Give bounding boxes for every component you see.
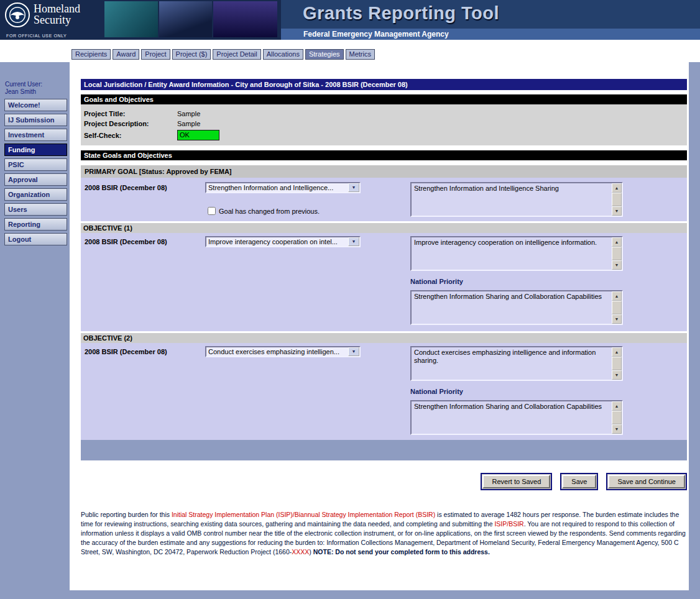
- current-user-name: Jean Smith: [5, 88, 42, 96]
- collage-photo: [104, 1, 158, 37]
- tab-allocations[interactable]: Allocations: [263, 49, 303, 60]
- scroll-thumb[interactable]: [612, 193, 622, 206]
- sidebar-item-funding[interactable]: Funding: [4, 144, 67, 156]
- action-button-row: Revert to Saved Save Save and Continue: [81, 473, 687, 490]
- self-check-label: Self-Check:: [84, 132, 177, 139]
- objective-2-header: OBJECTIVE (2): [81, 333, 687, 343]
- self-check-status-field: OK: [177, 130, 219, 140]
- scrollbar[interactable]: ▲ ▼: [612, 401, 622, 434]
- chevron-down-icon[interactable]: ▼: [348, 183, 359, 192]
- primary-goal-textarea[interactable]: Strengthen Information and Intelligence …: [410, 182, 623, 217]
- brand-line2: Security: [34, 14, 80, 25]
- objective-1-select[interactable]: Improve interagency cooperation on intel…: [205, 236, 361, 247]
- sidebar-nav: Welcome! IJ Submission Investment Fundin…: [4, 99, 67, 248]
- tab-recipients[interactable]: Recipients: [71, 49, 111, 60]
- primary-goal-text: Strengthen Information and Intelligence …: [414, 185, 609, 193]
- sidebar-item-users[interactable]: Users: [4, 203, 67, 216]
- burden-text: Public reporting burden for this: [81, 511, 172, 518]
- scrollbar[interactable]: ▲ ▼: [612, 291, 622, 324]
- current-user: Current User: Jean Smith: [5, 81, 42, 96]
- objective-1-selected-option: Improve interagency cooperation on intel…: [208, 238, 348, 245]
- project-title-value: Sample: [177, 110, 200, 117]
- objective-1-national-priority-text: Strengthen Information Sharing and Colla…: [414, 293, 609, 301]
- scroll-up-icon[interactable]: ▲: [612, 291, 622, 301]
- scroll-down-icon[interactable]: ▼: [612, 206, 622, 216]
- tab-project-detail[interactable]: Project Detail: [213, 49, 260, 60]
- objective-1-national-priority-textarea[interactable]: Strengthen Information Sharing and Colla…: [410, 290, 623, 325]
- save-button[interactable]: Save: [562, 475, 596, 488]
- objective-2-select[interactable]: Conduct exercises emphasizing intelligen…: [205, 346, 361, 357]
- scrollbar[interactable]: ▲ ▼: [612, 347, 622, 380]
- project-title-row: Project Title: Sample: [84, 110, 687, 117]
- objective-2-national-priority-label: National Priority: [410, 388, 463, 395]
- objective-2-national-priority-textarea[interactable]: Strengthen Information Sharing and Colla…: [410, 400, 623, 435]
- objective-2-textarea[interactable]: Conduct exercises emphasizing intelligen…: [410, 346, 623, 381]
- objective-1-header: OBJECTIVE (1): [81, 223, 687, 233]
- sidebar-item-logout[interactable]: Logout: [4, 233, 67, 245]
- objective-2-period-label: 2008 BSIR (December 08): [85, 348, 167, 355]
- tab-metrics[interactable]: Metrics: [346, 49, 375, 60]
- dhs-brand-block: Homeland Security FOR OFFICIAL USE ONLY: [0, 0, 281, 40]
- chevron-down-icon[interactable]: ▼: [348, 347, 359, 356]
- burden-statement: Public reporting burden for this Initial…: [81, 510, 687, 557]
- sidebar-item-welcome[interactable]: Welcome!: [4, 99, 67, 111]
- objective-2-national-priority-text: Strengthen Information Sharing and Colla…: [414, 403, 609, 411]
- project-description-value: Sample: [177, 120, 200, 127]
- save-continue-button-frame: Save and Continue: [606, 473, 687, 490]
- revert-to-saved-button[interactable]: Revert to Saved: [482, 475, 550, 488]
- sidebar-item-ij-submission[interactable]: IJ Submission: [4, 114, 67, 126]
- scroll-down-icon[interactable]: ▼: [612, 314, 622, 324]
- project-title-label: Project Title:: [84, 110, 177, 117]
- scroll-up-icon[interactable]: ▲: [612, 347, 622, 357]
- objective-1-textarea[interactable]: Improve interagency cooperation on intel…: [410, 236, 623, 271]
- primary-goal-section: 2008 BSIR (December 08) Strengthen Infor…: [81, 178, 687, 221]
- brand-line1: Homeland: [34, 3, 80, 14]
- isip-bsir-short-link[interactable]: ISIP/BSIR: [494, 520, 523, 528]
- save-and-continue-button[interactable]: Save and Continue: [608, 475, 685, 488]
- page-body: Current User: Jean Smith Welcome! IJ Sub…: [0, 62, 700, 599]
- omb-number-link[interactable]: XXXX: [292, 548, 309, 556]
- tab-award[interactable]: Award: [113, 49, 139, 60]
- scroll-down-icon[interactable]: ▼: [612, 260, 622, 270]
- app-title: Grants Reporting Tool: [303, 3, 499, 24]
- scroll-down-icon[interactable]: ▼: [612, 370, 622, 380]
- sidebar-item-approval[interactable]: Approval: [4, 173, 67, 186]
- section-footer-strip: [81, 440, 687, 460]
- content-panel: Local Jurisdiction / Entity Award Inform…: [70, 62, 689, 590]
- project-info-panel: Project Title: Sample Project Descriptio…: [81, 104, 687, 145]
- state-goals-header: State Goals and Objectives: [81, 150, 687, 160]
- revert-button-frame: Revert to Saved: [481, 473, 552, 490]
- chevron-down-icon[interactable]: ▼: [348, 237, 359, 246]
- collage-photo: [159, 1, 213, 37]
- isip-bsir-link[interactable]: Initial Strategy Implementation Plan (IS…: [172, 511, 435, 518]
- scroll-up-icon[interactable]: ▲: [612, 183, 622, 193]
- sidebar-item-investment[interactable]: Investment: [4, 129, 67, 141]
- project-description-row: Project Description: Sample: [84, 120, 687, 127]
- scroll-down-icon[interactable]: ▼: [612, 424, 622, 434]
- primary-goal-period-label: 2008 BSIR (December 08): [85, 184, 167, 191]
- scrollbar[interactable]: ▲ ▼: [612, 183, 622, 216]
- scroll-thumb[interactable]: [612, 247, 622, 260]
- scroll-up-icon[interactable]: ▲: [612, 401, 622, 411]
- goal-changed-checkbox[interactable]: [208, 207, 216, 215]
- sidebar-item-organization[interactable]: Organization: [4, 188, 67, 201]
- scroll-thumb[interactable]: [612, 357, 622, 370]
- app-header: Federal Emergency Management Agency Gran…: [0, 0, 700, 40]
- sidebar-item-reporting[interactable]: Reporting: [4, 218, 67, 231]
- scroll-thumb[interactable]: [612, 411, 622, 424]
- scrollbar[interactable]: ▲ ▼: [612, 237, 622, 270]
- goal-changed-row: Goal has changed from previous.: [208, 207, 320, 215]
- scroll-thumb[interactable]: [612, 301, 622, 314]
- tab-strategies[interactable]: Strategies: [305, 49, 344, 60]
- sidebar-item-psic[interactable]: PSIC: [4, 158, 67, 171]
- sidebar: Current User: Jean Smith Welcome! IJ Sub…: [0, 62, 70, 599]
- header-photo-collage: [104, 1, 277, 37]
- self-check-row: Self-Check: OK: [84, 130, 687, 140]
- tab-project[interactable]: Project: [141, 49, 170, 60]
- primary-goal-select[interactable]: Strengthen Information and Intelligence.…: [205, 182, 361, 193]
- current-user-label: Current User:: [5, 81, 42, 88]
- objective-2-text: Conduct exercises emphasizing intelligen…: [414, 349, 609, 365]
- objective-1-national-priority-label: National Priority: [410, 278, 463, 285]
- tab-project-dollars[interactable]: Project ($): [172, 49, 211, 60]
- scroll-up-icon[interactable]: ▲: [612, 237, 622, 247]
